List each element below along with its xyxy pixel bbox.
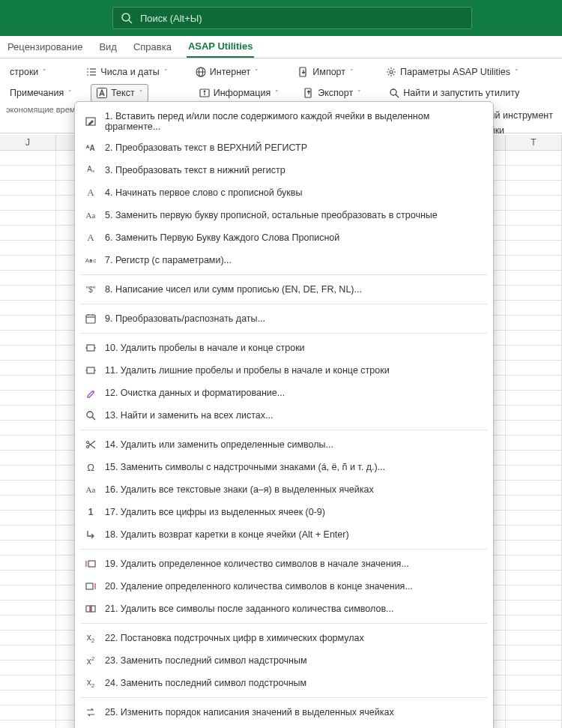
- tab-asap-utilities[interactable]: ASAP Utilities: [187, 36, 254, 58]
- cell[interactable]: [506, 151, 562, 165]
- cell[interactable]: [0, 166, 56, 180]
- cell[interactable]: [0, 466, 56, 480]
- internet-button[interactable]: Интернет˅: [190, 63, 265, 81]
- cell[interactable]: [506, 511, 562, 525]
- cell[interactable]: [0, 571, 56, 585]
- cell[interactable]: [0, 631, 56, 645]
- cell[interactable]: [0, 601, 56, 615]
- cell[interactable]: [506, 361, 562, 375]
- cell[interactable]: [506, 421, 562, 435]
- cell[interactable]: [0, 481, 56, 495]
- cell[interactable]: [506, 541, 562, 555]
- cell[interactable]: [506, 571, 562, 585]
- cell[interactable]: [506, 631, 562, 645]
- cell[interactable]: [506, 226, 562, 240]
- cell[interactable]: [0, 196, 56, 210]
- cell[interactable]: [506, 676, 562, 690]
- cell[interactable]: [506, 331, 562, 345]
- cell[interactable]: [0, 556, 56, 570]
- cell[interactable]: [0, 211, 56, 225]
- menu-item-20[interactable]: 20. Удаление определенного количества си…: [75, 575, 493, 598]
- cell[interactable]: [506, 721, 562, 728]
- menu-item-4[interactable]: A4. Начинать первое слово с прописной бу…: [75, 181, 493, 204]
- cell[interactable]: [506, 166, 562, 180]
- cell[interactable]: [0, 286, 56, 300]
- cell[interactable]: [0, 256, 56, 270]
- menu-item-8[interactable]: "$"8. Написание чисел или сумм прописью …: [75, 278, 493, 301]
- menu-item-25[interactable]: 25. Изменить порядок написания значений …: [75, 701, 493, 724]
- menu-item-14[interactable]: 14. Удалить или заменить определенные си…: [75, 433, 493, 456]
- menu-item-23[interactable]: x223. Заменить последний символ надстроч…: [75, 649, 493, 672]
- menu-item-21[interactable]: 21. Удалить все символы после заданного …: [75, 598, 493, 620]
- cell[interactable]: [0, 406, 56, 420]
- cell[interactable]: [0, 226, 56, 240]
- import-button[interactable]: Импорт˅: [292, 63, 359, 81]
- cell[interactable]: [506, 481, 562, 495]
- cell[interactable]: [0, 586, 56, 600]
- asap-params-button[interactable]: Параметры ASAP Utilities˅: [380, 63, 524, 81]
- cell[interactable]: [506, 436, 562, 450]
- cell[interactable]: [0, 421, 56, 435]
- cell[interactable]: [0, 661, 56, 675]
- menu-item-11[interactable]: 11. Удалить лишние пробелы и пробелы в н…: [75, 359, 493, 382]
- tab-review[interactable]: Рецензирование: [6, 37, 84, 57]
- menu-item-26[interactable]: 26. Сортировать значения внутри каждой я…: [75, 724, 493, 728]
- cell[interactable]: [0, 526, 56, 540]
- menu-item-3[interactable]: Aᵃ3. Преобразовать текст в нижний регист…: [75, 159, 493, 181]
- cell[interactable]: [506, 706, 562, 720]
- menu-item-16[interactable]: Aa16. Удалить все текстовые знаки (а–я) …: [75, 478, 493, 501]
- cell[interactable]: [506, 211, 562, 225]
- find-run-button[interactable]: Найти и запустить утилиту: [383, 84, 525, 102]
- cell[interactable]: [0, 511, 56, 525]
- menu-item-24[interactable]: x224. Заменить последний символ подстроч…: [75, 672, 493, 694]
- menu-item-17[interactable]: 117. Удалить все цифры из выделенных яче…: [75, 501, 493, 523]
- menu-item-10[interactable]: 10. Удалить пробелы в начале и конце стр…: [75, 337, 493, 359]
- cell[interactable]: [506, 256, 562, 270]
- cell[interactable]: [506, 241, 562, 255]
- menu-item-19[interactable]: 19. Удалить определенное количество симв…: [75, 553, 493, 575]
- cell[interactable]: [0, 301, 56, 315]
- cell[interactable]: [506, 271, 562, 285]
- cell[interactable]: [0, 361, 56, 375]
- cell[interactable]: [506, 556, 562, 570]
- menu-item-18[interactable]: 18. Удалить возврат каретки в конце ячей…: [75, 523, 493, 546]
- cell[interactable]: [0, 271, 56, 285]
- cell[interactable]: [506, 646, 562, 660]
- cell[interactable]: [0, 151, 56, 165]
- cell[interactable]: [0, 721, 56, 728]
- cell[interactable]: [506, 346, 562, 360]
- cell[interactable]: [0, 331, 56, 345]
- column-header[interactable]: J: [0, 135, 56, 150]
- menu-item-7[interactable]: Aʙc7. Регистр (с параметрами)...: [75, 249, 493, 271]
- cell[interactable]: [0, 376, 56, 390]
- cell[interactable]: [506, 586, 562, 600]
- tab-help[interactable]: Справка: [132, 37, 173, 57]
- cell[interactable]: [0, 541, 56, 555]
- cell[interactable]: [506, 196, 562, 210]
- cell[interactable]: [506, 661, 562, 675]
- cell[interactable]: [506, 616, 562, 630]
- cell[interactable]: [506, 466, 562, 480]
- export-button[interactable]: Экспорт˅: [297, 84, 366, 102]
- tab-view[interactable]: Вид: [97, 37, 118, 57]
- cell[interactable]: [506, 406, 562, 420]
- menu-item-22[interactable]: x222. Постановка подстрочных цифр в хими…: [75, 627, 493, 649]
- cell[interactable]: [0, 391, 56, 405]
- cell[interactable]: [0, 436, 56, 450]
- cell[interactable]: [0, 706, 56, 720]
- cell[interactable]: [0, 346, 56, 360]
- cell[interactable]: [0, 616, 56, 630]
- numbers-dates-button[interactable]: Числа и даты˅: [80, 63, 172, 81]
- cell[interactable]: [506, 496, 562, 510]
- information-button[interactable]: Информация˅: [193, 84, 285, 102]
- cell[interactable]: [0, 451, 56, 465]
- menu-item-9[interactable]: 9. Преобразовать/распознать даты...: [75, 307, 493, 330]
- search-box[interactable]: Поиск (Alt+Ы): [112, 7, 472, 29]
- cell[interactable]: [506, 601, 562, 615]
- cell[interactable]: [506, 451, 562, 465]
- cell[interactable]: [0, 691, 56, 705]
- menu-item-12[interactable]: 12. Очистка данных и форматирование...: [75, 382, 493, 404]
- cell[interactable]: [506, 391, 562, 405]
- menu-item-15[interactable]: Ω15. Заменить символы с надстрочными зна…: [75, 456, 493, 478]
- menu-item-1[interactable]: 1. Вставить перед и/или после содержимог…: [75, 106, 493, 136]
